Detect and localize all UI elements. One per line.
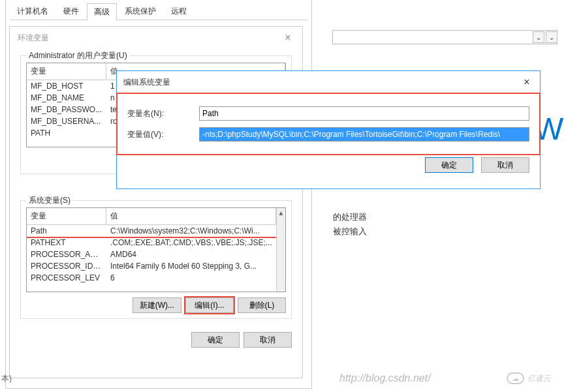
system-vars-group-title: 系统变量(S)	[26, 195, 73, 206]
cloud-icon: ☁	[507, 372, 524, 384]
edit-dialog-buttons: 确定 取消	[117, 155, 540, 179]
edit-dialog-body: 变量名(N): 变量值(V):	[117, 93, 540, 155]
delete-button[interactable]: 删除(L)	[238, 297, 286, 313]
chevron-down-icon[interactable]: ⌄	[546, 31, 557, 43]
table-row-path[interactable]: PathC:\Windows\system32;C:\Windows;C:\Wi…	[27, 225, 276, 237]
variable-name-label: 变量名(N):	[127, 108, 199, 119]
system-vars-group: 系统变量(S) 变量 值 PathC:\Windows\system32;C:\…	[20, 200, 292, 319]
env-var-title-bar: 环境变量 ×	[10, 27, 302, 49]
tab-remote[interactable]: 远程	[164, 3, 194, 20]
tab-hardware[interactable]: 硬件	[56, 3, 86, 20]
tabs-bar: 计算机名 硬件 高级 系统保护 远程	[10, 3, 307, 20]
dropdown-bg[interactable]	[332, 30, 557, 44]
system-vars-col-value[interactable]: 值	[106, 208, 276, 224]
table-row[interactable]: PATHEXT.COM;.EXE;.BAT;.CMD;.VBS;.VBE;.JS…	[27, 237, 276, 249]
env-var-title: 环境变量	[18, 33, 49, 44]
edit-dialog-titlebar: 编辑系统变量 ×	[117, 71, 540, 93]
scrollbar[interactable]: ▲	[276, 208, 285, 292]
tab-advanced[interactable]: 高级	[87, 3, 117, 20]
watermark-text: 亿速云	[527, 374, 551, 383]
close-icon[interactable]: ×	[520, 76, 533, 88]
dropdown-arrows: ⌄ ⌄	[533, 31, 557, 43]
system-vars-body[interactable]: PathC:\Windows\system32;C:\Windows;C:\Wi…	[27, 225, 276, 292]
user-vars-col-name[interactable]: 变量	[27, 63, 106, 80]
chevron-down-icon[interactable]: ⌄	[533, 31, 544, 43]
system-vars-header: 变量 值	[27, 208, 276, 225]
right-text-1: 的处理器	[333, 211, 367, 223]
cancel-button[interactable]: 取消	[481, 157, 529, 173]
variable-name-row: 变量名(N):	[127, 106, 529, 121]
variable-value-label: 变量值(V):	[127, 129, 199, 140]
scroll-up-icon[interactable]: ▲	[277, 208, 285, 217]
edit-system-variable-dialog: 编辑系统变量 × 变量名(N): 变量值(V): 确定 取消	[116, 70, 540, 189]
ok-button[interactable]: 确定	[425, 157, 473, 173]
right-text-2: 被控输入	[333, 226, 367, 237]
tab-computer-name[interactable]: 计算机名	[10, 3, 55, 20]
edit-dialog-title: 编辑系统变量	[123, 77, 170, 88]
new-button[interactable]: 新建(W)...	[133, 297, 181, 313]
bottom-left-text: 本)	[1, 373, 12, 384]
variable-value-input[interactable]	[199, 127, 529, 142]
close-icon[interactable]: ×	[281, 32, 294, 44]
system-vars-col-name[interactable]: 变量	[27, 208, 106, 224]
tab-system-protection[interactable]: 系统保护	[118, 3, 163, 20]
env-var-dialog-buttons: 确定 取消	[20, 332, 292, 348]
table-row[interactable]: PROCESSOR_IDE...Intel64 Family 6 Model 6…	[27, 260, 276, 272]
system-vars-buttons: 新建(W)... 编辑(I)... 删除(L)	[26, 297, 286, 313]
watermark-blog: http://blog.csdn.net/	[339, 372, 431, 384]
watermark-brand: ☁ 亿速云	[507, 373, 551, 384]
variable-value-row: 变量值(V):	[127, 127, 529, 142]
cancel-button[interactable]: 取消	[243, 332, 292, 348]
edit-button[interactable]: 编辑(I)...	[185, 297, 234, 313]
variable-name-input[interactable]	[199, 106, 529, 121]
ok-button[interactable]: 确定	[191, 332, 240, 348]
table-row[interactable]: PROCESSOR_AR...AMD64	[27, 249, 276, 260]
table-row[interactable]: PROCESSOR_LEV6	[27, 272, 276, 284]
user-vars-group-title: Administrator 的用户变量(U)	[26, 50, 130, 61]
system-vars-table[interactable]: 变量 值 PathC:\Windows\system32;C:\Windows;…	[26, 207, 286, 292]
